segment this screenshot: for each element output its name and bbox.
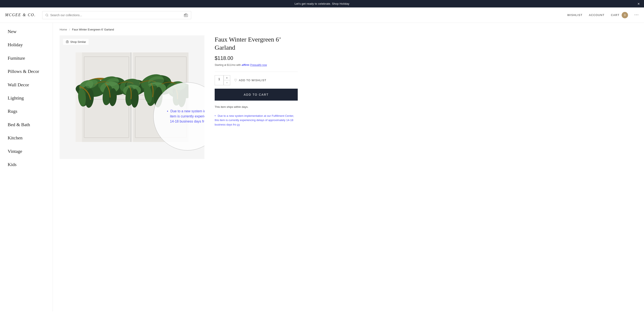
more-button[interactable]: ··· xyxy=(634,13,639,18)
product-price: $118.00 xyxy=(215,55,298,61)
announcement-close-button[interactable]: × xyxy=(638,2,640,6)
camera-icon[interactable] xyxy=(184,13,188,17)
svg-point-3 xyxy=(185,15,187,16)
product-info: Faux Winter Evergreen 6’ Garland $118.00… xyxy=(215,35,298,159)
svg-point-0 xyxy=(46,14,48,16)
product-image-area: Shop Similar xyxy=(60,35,204,159)
sidebar-item-label: Vintage xyxy=(8,149,22,154)
sidebar-item-pillows-decor[interactable]: Pillows & Decor xyxy=(0,65,52,78)
breadcrumb: Home / Faux Winter Evergreen 6' Garland xyxy=(60,28,637,31)
sidebar-item-label: Rugs xyxy=(8,109,17,114)
main-layout: New Holiday Furniture Pillows & Decor Wa… xyxy=(0,23,644,311)
sidebar-item-rugs[interactable]: Rugs xyxy=(0,105,52,118)
delay-text: • Due to a new system implementation at … xyxy=(215,114,294,126)
cart-label: CART xyxy=(611,14,620,17)
policy-link[interactable]: cy xyxy=(237,123,240,126)
quantity-increase-button[interactable]: + xyxy=(224,76,230,80)
sidebar-item-kids[interactable]: Kids xyxy=(0,158,52,171)
shop-similar-button[interactable]: Shop Similar xyxy=(63,39,88,45)
quantity-buttons: + − xyxy=(224,76,230,85)
sidebar-item-label: Lighting xyxy=(8,95,24,101)
sidebar-item-bed-bath[interactable]: Bed & Bath xyxy=(0,118,52,131)
garland-svg xyxy=(76,53,188,142)
breadcrumb-separator: / xyxy=(69,28,70,31)
sidebar-item-label: Bed & Bath xyxy=(8,122,30,127)
account-button[interactable]: ACCOUNT xyxy=(589,14,604,17)
wishlist-label: ADD TO WISHLIST xyxy=(239,79,266,82)
svg-rect-5 xyxy=(66,41,68,43)
content-area: Home / Faux Winter Evergreen 6' Garland … xyxy=(53,23,644,311)
search-bar[interactable] xyxy=(42,11,191,19)
ships-intro: This item ships within xyxy=(215,105,241,109)
cart-badge: 0 xyxy=(622,12,628,18)
sidebar: New Holiday Furniture Pillows & Decor Wa… xyxy=(0,23,53,311)
breadcrumb-home[interactable]: Home xyxy=(60,28,67,31)
search-icons xyxy=(184,13,188,17)
product-title: Faux Winter Evergreen 6’ Garland xyxy=(215,35,298,51)
sidebar-item-furniture[interactable]: Furniture xyxy=(0,52,52,65)
product-section: Shop Similar xyxy=(60,35,637,159)
sidebar-item-holiday[interactable]: Holiday xyxy=(0,38,52,51)
heart-icon: ♡ xyxy=(234,78,237,82)
ships-info: This item ships within days. • Due to a … xyxy=(215,105,298,127)
breadcrumb-current: Faux Winter Evergreen 6' Garland xyxy=(72,28,114,31)
quantity-value: 1 xyxy=(215,76,224,85)
sidebar-item-label: New xyxy=(8,29,16,34)
sidebar-item-label: Kitchen xyxy=(8,135,22,140)
ships-days: days. xyxy=(242,105,248,109)
sidebar-item-label: Pillows & Decor xyxy=(8,69,39,74)
sidebar-item-wall-decor[interactable]: Wall Decor xyxy=(0,78,52,91)
search-input[interactable] xyxy=(50,14,182,17)
announcement-bar: Let's get ready to celebrate. Shop Holid… xyxy=(0,0,644,8)
add-to-wishlist-button[interactable]: ♡ ADD TO WISHLIST xyxy=(234,78,266,82)
sidebar-item-label: Wall Decor xyxy=(8,82,29,87)
wishlist-button[interactable]: WISHLIST xyxy=(567,14,582,17)
cart-button[interactable]: CART 0 xyxy=(611,12,628,18)
sidebar-item-label: Furniture xyxy=(8,55,25,61)
sidebar-item-lighting[interactable]: Lighting xyxy=(0,91,52,105)
svg-point-6 xyxy=(67,42,68,43)
quantity-control: 1 + − xyxy=(215,75,230,85)
product-image xyxy=(60,35,204,159)
sidebar-item-vintage[interactable]: Vintage xyxy=(0,145,52,158)
affirm-line: Starting at $11/mo with affirm Prequalif… xyxy=(215,63,298,67)
sidebar-item-kitchen[interactable]: Kitchen xyxy=(0,131,52,145)
divider xyxy=(215,72,298,72)
announcement-text: Let's get ready to celebrate. Shop Holid… xyxy=(294,2,349,5)
logo[interactable]: McGEE & CO. xyxy=(5,13,36,17)
search-icon xyxy=(45,14,48,17)
logo-text: McGEE & CO. xyxy=(5,13,36,17)
shop-similar-label: Shop Similar xyxy=(70,40,86,44)
quantity-decrease-button[interactable]: − xyxy=(224,80,230,85)
qty-wishlist-row: 1 + − ♡ ADD TO WISHLIST xyxy=(215,75,298,85)
sidebar-item-label: Holiday xyxy=(8,42,23,47)
svg-rect-4 xyxy=(185,15,185,15)
sidebar-item-label: Kids xyxy=(8,162,16,167)
affirm-prefix: Starting at $11/mo with xyxy=(215,64,241,67)
sidebar-item-new[interactable]: New xyxy=(0,25,52,38)
camera-scan-icon xyxy=(66,40,69,44)
add-to-cart-button[interactable]: ADD TO CART xyxy=(215,89,298,101)
svg-line-1 xyxy=(48,16,48,16)
header-right: WISHLIST ACCOUNT CART 0 ··· xyxy=(567,12,639,18)
affirm-logo: affirm xyxy=(242,63,250,67)
header: McGEE & CO. WISHLIST ACCOUNT CART 0 ··· xyxy=(0,8,644,23)
affirm-prequalify-link[interactable]: Prequalify now xyxy=(250,64,267,67)
